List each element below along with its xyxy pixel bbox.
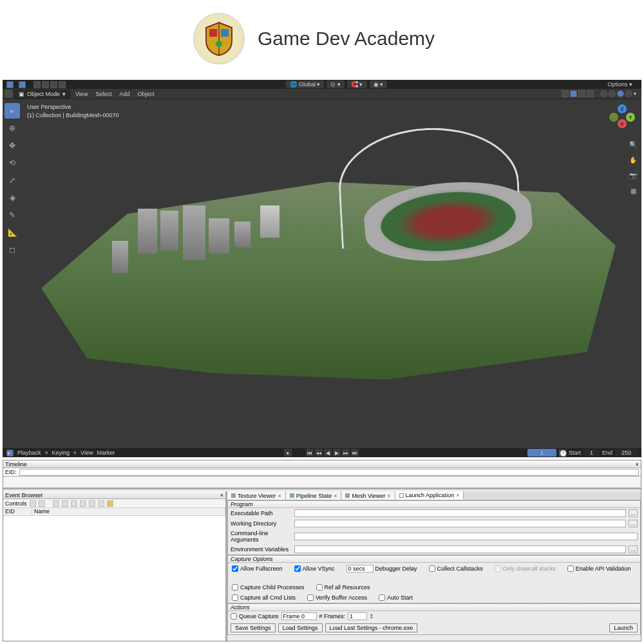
cursor-tool-icon[interactable] [6, 81, 14, 88]
tab-mesh-viewer[interactable]: Mesh Viewer× [341, 491, 395, 500]
shading-material-icon[interactable] [617, 90, 624, 97]
rotate-tool-icon[interactable]: ⟲ [5, 155, 20, 171]
menu-view[interactable]: View [72, 91, 91, 97]
close-icon[interactable]: × [278, 493, 281, 499]
select-box-icon[interactable] [19, 81, 26, 88]
shading-icon-3[interactable] [50, 81, 57, 88]
allow-fullscreen-check[interactable]: Allow Fullscreen [232, 565, 283, 572]
move-tool-icon[interactable]: ✥ [5, 138, 20, 153]
add-tool-icon[interactable]: ◻ [5, 242, 20, 258]
autokey-icon[interactable]: ● [284, 449, 292, 457]
jump-start-icon[interactable]: ⏮ [306, 449, 314, 457]
current-frame[interactable]: 1 [527, 449, 556, 457]
auto-start-check[interactable]: Auto Start [379, 594, 413, 601]
browse-button[interactable]: … [629, 520, 638, 527]
menu-select[interactable]: Select [92, 91, 115, 97]
exe-input[interactable] [294, 509, 626, 517]
num-frames-input[interactable] [348, 612, 367, 620]
play-rev-icon[interactable]: ◀ [324, 449, 332, 457]
stepper-down-icon[interactable]: ▼ [370, 616, 374, 620]
play-icon[interactable]: ▶ [333, 449, 341, 457]
mode-dropdown[interactable]: ▣ Object Mode ▾ [14, 90, 71, 99]
capture-cmd-check[interactable]: Capture all Cmd Lists [232, 594, 296, 601]
tab-texture-viewer[interactable]: Texture Viewer× [227, 491, 286, 500]
shading-icon-2[interactable] [42, 81, 49, 88]
api-validation-check[interactable]: Enable API Validation [567, 565, 631, 572]
proportional-dropdown[interactable]: ◉ ▾ [370, 80, 388, 88]
camera-icon[interactable]: 📷 [627, 169, 639, 182]
tl-marker[interactable]: Marker [97, 450, 115, 456]
tl-playback[interactable]: Playback [17, 450, 41, 456]
child-processes-check[interactable]: Capture Child Processes [232, 584, 305, 591]
args-input[interactable] [294, 533, 638, 540]
scale-tool-icon[interactable]: ⤢ [5, 173, 20, 188]
close-icon[interactable]: × [636, 461, 639, 468]
tl-keying[interactable]: Keying [52, 450, 70, 456]
shading-icon-4[interactable] [59, 81, 66, 88]
prev-key-icon[interactable]: ◂◂ [315, 449, 323, 457]
browse-button[interactable]: … [629, 509, 638, 517]
shading-matcap-icon[interactable] [609, 90, 616, 97]
close-icon[interactable]: × [456, 492, 459, 498]
gizmo-toggle-icon[interactable] [578, 90, 585, 97]
tab-pipeline-state[interactable]: Pipeline State× [286, 491, 342, 500]
pivot-dropdown[interactable]: ⊙ ▾ [327, 80, 345, 88]
step-fwd-icon[interactable] [62, 500, 68, 507]
clock-icon[interactable] [71, 500, 77, 507]
options-dropdown[interactable]: Options ▾ [607, 81, 638, 88]
load-settings-button[interactable]: Load Settings [278, 623, 323, 632]
clock-icon[interactable]: 🕐 [559, 450, 566, 457]
save-settings-button[interactable]: Save Settings [231, 623, 276, 632]
shading-rendered-icon[interactable] [625, 90, 632, 97]
eid-input[interactable] [19, 469, 639, 476]
menu-object[interactable]: Object [134, 91, 157, 97]
end-frame[interactable]: 250 [615, 449, 638, 457]
save-icon[interactable] [98, 500, 104, 507]
close-icon[interactable]: × [220, 492, 223, 498]
close-icon[interactable]: × [334, 493, 337, 499]
jump-end-icon[interactable]: ⏭ [351, 449, 359, 457]
allow-vsync-check[interactable]: Allow VSync [294, 565, 335, 572]
col-eid[interactable]: EID [3, 508, 32, 515]
browse-button[interactable]: … [629, 545, 638, 553]
xray-icon[interactable] [570, 90, 577, 97]
select-tool-icon[interactable]: ▸ [5, 103, 20, 118]
filter-icon[interactable] [89, 500, 95, 507]
zoom-icon[interactable]: 🔍 [627, 138, 639, 151]
col-name[interactable]: Name [32, 508, 225, 515]
cursor-3d-icon[interactable]: ⊕ [5, 120, 20, 136]
overlay-toggle-icon[interactable] [562, 90, 569, 97]
event-tree[interactable] [3, 516, 225, 641]
gizmo-y-icon[interactable]: Y [626, 113, 635, 122]
ctl-icon-2[interactable] [39, 500, 45, 507]
close-icon[interactable]: × [387, 493, 390, 499]
annotate-tool-icon[interactable]: ✎ [5, 207, 20, 223]
pan-icon[interactable]: ✋ [627, 153, 639, 166]
measure-tool-icon[interactable]: 📐 [5, 225, 20, 240]
viewport[interactable]: User Perspective (1) Collection | Buildi… [3, 99, 641, 448]
tl-view[interactable]: View [80, 450, 93, 456]
perspective-icon[interactable]: ▦ [627, 184, 639, 197]
launch-button[interactable]: Launch [609, 623, 638, 632]
shading-solid-icon[interactable] [600, 90, 607, 97]
transform-tool-icon[interactable]: ◈ [5, 190, 20, 205]
step-back-icon[interactable] [53, 500, 59, 507]
menu-add[interactable]: Add [116, 91, 133, 97]
start-frame[interactable]: 1 [583, 449, 600, 457]
queue-capture-check[interactable]: Queue Capture [231, 613, 279, 620]
wd-input[interactable] [294, 520, 626, 527]
orientation-dropdown[interactable]: 🌐 Global ▾ [286, 80, 324, 88]
verify-buffer-check[interactable]: Verify Buffer Access [307, 594, 367, 601]
settings-icon[interactable] [107, 500, 113, 507]
collect-callstacks-check[interactable]: Collect Callstacks [429, 565, 483, 572]
ctl-icon-1[interactable] [30, 500, 36, 507]
ref-all-check[interactable]: Ref all Resources [316, 584, 370, 591]
env-input[interactable] [294, 545, 626, 553]
shading-icon-1[interactable] [33, 81, 41, 88]
snap-dropdown[interactable]: 🧲 ▾ [347, 80, 367, 88]
shading-wire-icon[interactable] [587, 90, 594, 97]
queue-frame-input[interactable] [281, 612, 317, 620]
tab-launch-application[interactable]: Launch Application× [395, 491, 464, 500]
bookmark-icon[interactable] [80, 500, 86, 507]
load-last-settings-button[interactable]: Load Last Settings - chrome.exe [325, 623, 418, 632]
